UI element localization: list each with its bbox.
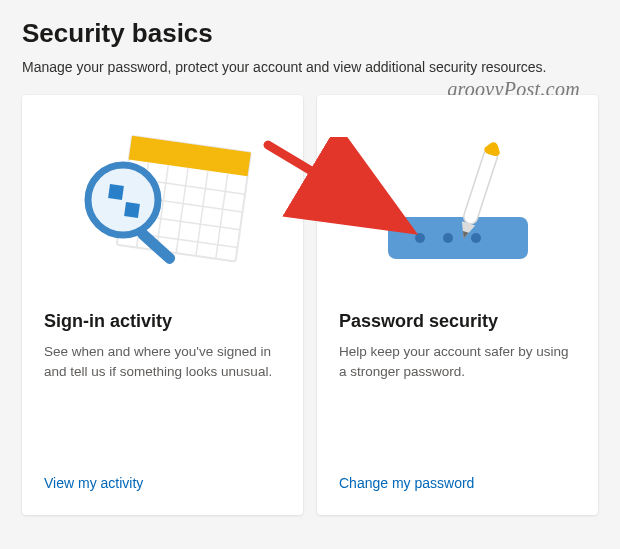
change-password-link[interactable]: Change my password [339,475,576,491]
svg-rect-13 [108,184,124,200]
svg-rect-14 [124,202,140,218]
view-activity-link[interactable]: View my activity [44,475,281,491]
svg-point-16 [415,233,425,243]
signin-activity-illustration [44,117,281,307]
cards-container: Sign-in activity See when and where you'… [22,95,598,515]
calendar-magnifier-icon [63,127,263,297]
card-title-password: Password security [339,311,576,332]
svg-rect-15 [388,217,528,259]
svg-rect-19 [461,147,498,226]
svg-point-17 [443,233,453,243]
page-subtitle: Manage your password, protect your accou… [22,59,598,75]
card-title-signin: Sign-in activity [44,311,281,332]
page-title: Security basics [22,18,598,49]
card-password-security[interactable]: Password security Help keep your account… [317,95,598,515]
card-signin-activity[interactable]: Sign-in activity See when and where you'… [22,95,303,515]
card-desc-password: Help keep your account safer by using a … [339,342,576,457]
password-pen-icon [348,127,568,297]
password-security-illustration [339,117,576,307]
card-desc-signin: See when and where you've signed in and … [44,342,281,457]
svg-point-11 [88,165,158,235]
svg-point-18 [471,233,481,243]
